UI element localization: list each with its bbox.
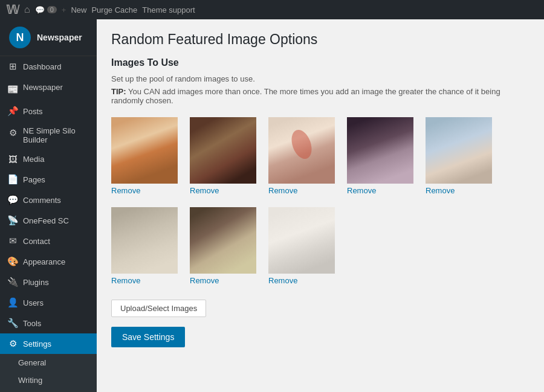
users-icon: 👤 [7,297,18,308]
settings-icon: ⚙ [7,338,18,349]
image-item-1: Remove [111,117,178,195]
images-grid: Remove Remove Remove Remove Remove [111,117,529,285]
comment-count: 0 [47,6,57,13]
logo-icon: N [9,27,31,48]
sidebar-item-settings[interactable]: ⚙ Settings [0,333,97,354]
remove-link-4[interactable]: Remove [347,186,376,195]
sidebar-item-plugins[interactable]: 🔌 Plugins [0,272,97,292]
sidebar-label-tools: Tools [23,319,41,328]
sidebar-item-media[interactable]: 🖼 Media [0,149,97,169]
image-item-6: Remove [111,207,178,285]
remove-link-1[interactable]: Remove [111,186,140,195]
sidebar-label-contact: Contact [23,237,50,246]
description-text: Set up the pool of random images to use. [111,74,529,83]
image-thumb-6 [111,207,178,274]
sidebar-label-comments: Comments [23,196,61,205]
sidebar-label-newspaper: Newspaper [23,83,63,92]
newspaper-icon: 📰 [7,84,18,95]
new-link[interactable]: New [71,5,86,14]
sidebar-sub-item-writing[interactable]: Writing [0,371,97,389]
remove-link-5[interactable]: Remove [426,186,455,195]
image-item-2: Remove [190,117,256,195]
comments-icon: 💬 [7,194,18,205]
sidebar-item-appearance[interactable]: 🎨 Appearance [0,251,97,272]
contact-icon: ✉ [7,236,18,246]
page-title: Random Featured Image Options [111,31,529,48]
upload-select-images-button[interactable]: Upload/Select Images [111,300,206,317]
image-item-4: Remove [347,117,413,195]
appearance-icon: 🎨 [7,256,18,267]
remove-link-8[interactable]: Remove [268,276,297,285]
sidebar-item-newspaper[interactable]: 📰 Newspaper [0,77,97,101]
home-icon[interactable]: ⌂ [24,4,30,15]
sidebar-logo: N Newspaper [0,19,97,56]
sidebar-item-contact[interactable]: ✉ Contact [0,231,97,251]
image-thumb-2 [190,117,256,184]
logo-text: Newspaper [37,33,82,43]
main-content: Random Featured Image Options Images To … [97,19,544,392]
dashboard-icon: ⊞ [7,61,18,72]
sidebar-label-appearance: Appearance [23,257,65,266]
tip-text: TIP: You CAN add images more than once. … [111,87,529,105]
media-icon: 🖼 [7,154,18,164]
remove-link-6[interactable]: Remove [111,276,140,285]
sidebar-item-ne-simple-silo[interactable]: ⚙ NE Simple Silo Builder [0,121,97,149]
sidebar-item-tools[interactable]: 🔧 Tools [0,313,97,333]
remove-link-2[interactable]: Remove [190,186,219,195]
image-item-8: Remove [268,207,335,285]
sidebar-item-pages[interactable]: 📄 Pages [0,169,97,190]
sidebar-item-onefeed-sc[interactable]: 📡 OneFeed SC [0,210,97,231]
remove-link-3[interactable]: Remove [268,186,297,195]
wordpress-icon[interactable]: 𝕎 [6,2,19,17]
sidebar-label-settings: Settings [23,339,51,349]
sidebar-item-comments[interactable]: 💬 Comments [0,190,97,210]
sidebar-label-dashboard: Dashboard [23,62,62,71]
sidebar-item-dashboard[interactable]: ⊞ Dashboard [0,56,97,77]
pages-icon: 📄 [7,174,18,185]
sidebar-sub-menu: General Writing Reading [0,354,97,392]
sidebar-label-plugins: Plugins [23,278,49,287]
image-thumb-3 [268,117,335,184]
comment-icon: 💬 [35,5,45,14]
sidebar-label-posts: Posts [23,107,43,116]
remove-link-7[interactable]: Remove [190,276,219,285]
image-thumb-4 [347,117,413,184]
image-item-5: Remove [426,117,492,195]
save-settings-button[interactable]: Save Settings [111,327,185,347]
sidebar-label-pages: Pages [23,175,45,184]
onefeed-icon: 📡 [7,215,18,226]
section-title: Images To Use [111,57,529,68]
image-thumb-5 [426,117,492,184]
purge-cache-link[interactable]: Purge Cache [91,5,137,14]
sidebar: N Newspaper ⊞ Dashboard 📰 Newspaper 📌 Po… [0,19,97,392]
sidebar-sub-item-general[interactable]: General [0,354,97,371]
theme-support-link[interactable]: Theme support [142,5,195,14]
sidebar-sub-item-reading[interactable]: Reading [0,389,97,392]
plugins-icon: 🔌 [7,277,18,288]
sidebar-label-onefeed: OneFeed SC [23,216,69,225]
posts-icon: 📌 [7,106,18,117]
sidebar-label-users: Users [23,298,44,307]
tools-icon: 🔧 [7,318,18,329]
topbar: 𝕎 ⌂ 💬 0 + New Purge Cache Theme support [0,0,544,19]
ne-simple-silo-icon: ⚙ [7,127,18,138]
sidebar-item-posts[interactable]: 📌 Posts [0,101,97,121]
image-thumb-8 [268,207,335,274]
sidebar-item-users[interactable]: 👤 Users [0,292,97,313]
sidebar-label-ne-simple-silo: NE Simple Silo Builder [23,126,89,144]
image-thumb-7 [190,207,256,274]
image-item-3: Remove [268,117,335,195]
image-thumb-1 [111,117,178,184]
image-item-7: Remove [190,207,256,285]
sidebar-label-media: Media [23,155,44,164]
comments-button[interactable]: 💬 0 [35,5,57,14]
